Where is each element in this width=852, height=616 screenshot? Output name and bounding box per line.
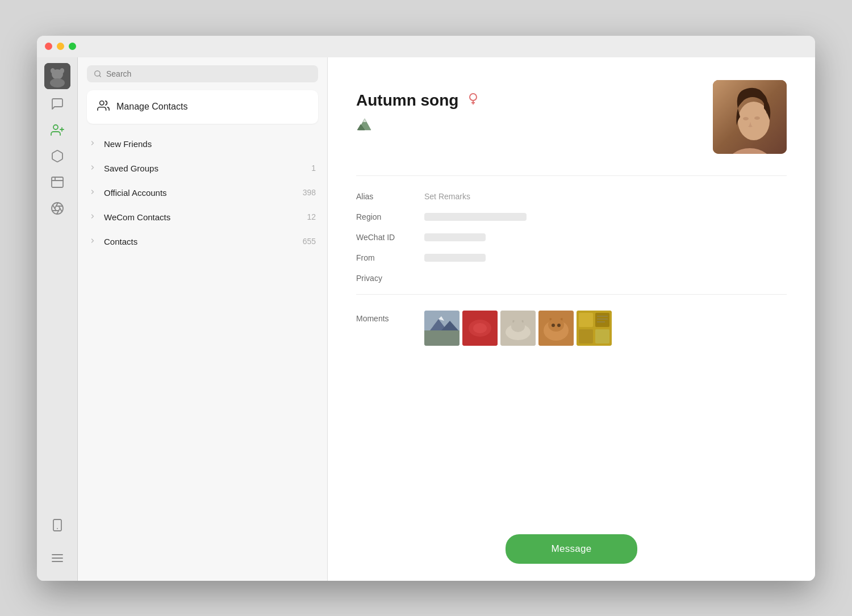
from-label: From [356, 253, 424, 262]
moment-thumb-3[interactable] [500, 311, 536, 346]
wechat-id-value [424, 233, 486, 241]
privacy-label: Privacy [356, 274, 424, 283]
moment-thumb-2[interactable] [462, 311, 498, 346]
maximize-button[interactable] [69, 43, 76, 50]
app-window: Manage Contacts New Friends Save [37, 36, 815, 581]
moment-thumb-5[interactable] [577, 311, 612, 346]
moment-thumb-1[interactable] [424, 311, 460, 346]
titlebar [37, 36, 815, 57]
discover-icon[interactable] [46, 145, 69, 167]
search-bar [78, 57, 327, 88]
svg-point-26 [470, 94, 477, 100]
contact-panel: Manage Contacts New Friends Save [78, 57, 328, 581]
profile-emoji [356, 118, 480, 136]
manage-contacts-icon [97, 99, 110, 115]
sidebar-bottom [46, 514, 69, 569]
minimize-button[interactable] [57, 43, 64, 50]
svg-rect-18 [53, 519, 61, 531]
alias-label: Alias [356, 192, 424, 201]
search-input[interactable] [106, 69, 311, 78]
chevron-right-icon [89, 213, 96, 221]
files-icon[interactable] [46, 171, 69, 194]
profile-name: Autumn song [356, 91, 458, 110]
new-friends-row[interactable]: New Friends [78, 132, 327, 156]
wechat-id-label: WeChat ID [356, 233, 424, 242]
svg-point-36 [743, 117, 749, 120]
wecom-contacts-label: WeCom Contacts [104, 212, 299, 222]
svg-rect-57 [579, 329, 593, 343]
svg-rect-56 [595, 313, 609, 327]
close-button[interactable] [45, 43, 52, 50]
manage-contacts-button[interactable]: Manage Contacts [87, 90, 318, 124]
saved-groups-row[interactable]: Saved Groups 1 [78, 156, 327, 181]
svg-point-25 [100, 100, 104, 104]
official-accounts-count: 398 [303, 188, 316, 197]
profile-info-left: Autumn song [356, 80, 480, 136]
profile-avatar [713, 80, 787, 154]
divider-top [356, 175, 787, 176]
alias-value[interactable]: Set Remarks [424, 192, 470, 201]
manage-contacts-label: Manage Contacts [116, 102, 187, 112]
moments-images [424, 311, 612, 346]
privacy-row: Privacy [356, 268, 787, 288]
svg-marker-30 [363, 119, 366, 122]
new-friends-label: New Friends [104, 139, 316, 149]
contacts-count: 655 [303, 237, 316, 246]
contacts-row[interactable]: Contacts 655 [78, 229, 327, 254]
svg-rect-55 [579, 313, 593, 327]
message-button[interactable]: Message [506, 534, 637, 564]
region-row: Region [356, 207, 787, 227]
svg-rect-39 [424, 330, 460, 346]
gender-icon [466, 92, 480, 109]
chevron-right-icon [89, 237, 96, 246]
from-value [424, 254, 486, 262]
message-btn-area: Message [356, 512, 787, 564]
profile-header: Autumn song [356, 80, 787, 154]
chat-icon[interactable] [46, 93, 69, 115]
contact-list: New Friends Saved Groups 1 O [78, 129, 327, 581]
menu-icon[interactable] [46, 547, 69, 569]
svg-point-45 [473, 323, 487, 333]
svg-line-24 [99, 75, 101, 77]
saved-groups-count: 1 [311, 164, 316, 173]
saved-groups-label: Saved Groups [104, 164, 303, 173]
profile-name-area: Autumn song [356, 91, 480, 110]
wecom-contacts-row[interactable]: WeCom Contacts 12 [78, 205, 327, 229]
region-label: Region [356, 212, 424, 221]
wechat-id-row: WeChat ID [356, 227, 787, 248]
official-accounts-row[interactable]: Official Accounts 398 [78, 181, 327, 205]
svg-rect-8 [52, 177, 63, 187]
chevron-right-icon [89, 140, 96, 148]
search-icon [94, 70, 102, 78]
alias-row: Alias Set Remarks [356, 186, 787, 207]
moments-section: Moments [356, 305, 787, 351]
phone-icon[interactable] [46, 514, 69, 537]
svg-point-52 [552, 324, 555, 327]
contacts-label: Contacts [104, 237, 295, 246]
svg-point-5 [53, 125, 58, 129]
official-accounts-label: Official Accounts [104, 188, 295, 198]
search-input-wrap[interactable] [87, 65, 318, 82]
icon-sidebar [37, 57, 78, 581]
chevron-right-icon [89, 164, 96, 173]
region-value [424, 213, 527, 221]
avatar[interactable] [44, 63, 70, 89]
camera-icon[interactable] [46, 197, 69, 220]
wecom-contacts-count: 12 [307, 212, 316, 221]
moments-label: Moments [356, 311, 424, 323]
divider-bottom [356, 294, 787, 295]
svg-point-37 [754, 116, 760, 120]
from-row: From [356, 248, 787, 268]
svg-point-2 [50, 78, 65, 87]
main-panel: Autumn song [328, 57, 815, 581]
chevron-right-icon [89, 188, 96, 197]
moment-thumb-4[interactable] [538, 311, 574, 346]
contacts-icon[interactable] [46, 119, 69, 141]
svg-rect-58 [595, 329, 609, 343]
svg-point-53 [557, 324, 561, 327]
